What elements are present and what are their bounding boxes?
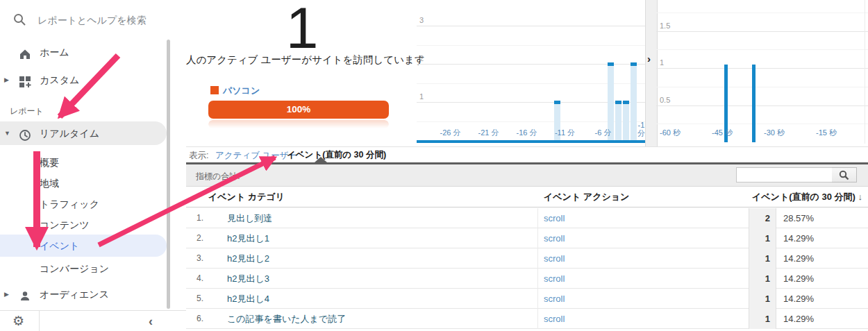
audience-person-icon bbox=[19, 287, 31, 311]
gridline bbox=[656, 31, 868, 32]
table-row: 2.h2見出し1scroll114.29% bbox=[186, 228, 868, 248]
event-category-cell: h2見出し1 bbox=[205, 228, 538, 248]
realtime-clock-icon bbox=[19, 126, 31, 150]
y-tick-label: 3 bbox=[419, 16, 424, 24]
event-category-cell: h2見出し2 bbox=[205, 248, 538, 269]
event-action-link[interactable]: scroll bbox=[544, 233, 565, 244]
sort-descending-icon[interactable]: ↓ bbox=[858, 192, 863, 202]
sidebar-subitem-label: コンテンツ bbox=[40, 214, 90, 236]
custom-reports-icon bbox=[19, 73, 31, 96]
gridline-minor bbox=[656, 12, 868, 13]
active-users-count: 1 bbox=[186, 0, 417, 62]
chevron-down-icon: ▼ bbox=[4, 121, 10, 145]
gridline-minor bbox=[656, 49, 868, 50]
expand-chart-icon[interactable]: › bbox=[647, 53, 651, 65]
sidebar-subitem-2[interactable]: トラフィック bbox=[0, 193, 167, 215]
table-row: 5.h2見出し4scroll114.29% bbox=[186, 289, 868, 309]
row-index: 1. bbox=[186, 208, 205, 228]
sidebar-item-audience[interactable]: ▶ オーディエンス bbox=[0, 282, 167, 306]
event-action-cell: scroll bbox=[538, 269, 749, 289]
event-action-link[interactable]: scroll bbox=[544, 213, 565, 223]
sidebar-scrollbar[interactable] bbox=[167, 40, 170, 309]
gridline-minor bbox=[656, 87, 868, 87]
chevron-right-icon: ▶ bbox=[4, 282, 9, 306]
search-icon bbox=[839, 170, 849, 180]
chart-bar-cap bbox=[608, 62, 614, 66]
event-category-link[interactable]: h2見出し3 bbox=[227, 273, 269, 284]
x-tick-label: -16 分 bbox=[512, 128, 542, 137]
row-index: 6. bbox=[186, 309, 205, 329]
table-search-input[interactable] bbox=[736, 167, 836, 183]
table-row: 4.h2見出し3scroll114.29% bbox=[186, 269, 868, 289]
sidebar-footer: ⚙ ‹ bbox=[0, 310, 186, 331]
main-content: 1 人のアクティブ ユーザーがサイトを訪問しています パソコン 100% 123… bbox=[186, 0, 868, 331]
header-event-category[interactable]: イベント カテゴリ bbox=[186, 187, 538, 207]
event-action-link[interactable]: scroll bbox=[544, 253, 565, 264]
events-panel: 指標の合計: イベント カテゴリ イベント アクション イベント(直前の 30 … bbox=[186, 162, 868, 331]
chart-bar-cap bbox=[615, 101, 621, 104]
gridline-minor bbox=[656, 124, 868, 124]
device-bar-reflection bbox=[208, 120, 389, 128]
active-users-caption: 人のアクティブ ユーザーがサイトを訪問しています bbox=[186, 53, 417, 67]
x-tick-label: -11 分 bbox=[550, 128, 581, 137]
active-tab-pointer bbox=[315, 157, 327, 162]
y-tick-label: 2 bbox=[419, 54, 424, 62]
tab-events-30min[interactable]: イベント(直前の 30 分間) bbox=[287, 149, 386, 161]
sidebar-item-label: リアルタイム bbox=[40, 121, 99, 145]
sidebar-subitem-label: コンバージョン bbox=[40, 257, 109, 280]
collapse-sidebar-icon[interactable]: ‹ bbox=[149, 312, 153, 330]
event-action-link[interactable]: scroll bbox=[544, 294, 565, 304]
tab-active-users[interactable]: アクティブ ユーザー bbox=[215, 150, 297, 162]
table-search-button[interactable] bbox=[832, 167, 857, 183]
x-tick-label: -6 分 bbox=[588, 128, 619, 137]
event-category-link[interactable]: h2見出し4 bbox=[227, 294, 269, 304]
event-action-link[interactable]: scroll bbox=[544, 314, 565, 324]
event-count: 1 bbox=[749, 248, 776, 269]
chart-baseline bbox=[417, 140, 645, 143]
sidebar-item-home[interactable]: ホーム bbox=[0, 40, 167, 64]
header-event-action[interactable]: イベント アクション bbox=[538, 187, 749, 207]
x-tick-label: -45 秒 bbox=[707, 128, 737, 137]
x-tick-label: -60 秒 bbox=[655, 128, 685, 137]
sidebar-section-reports: レポート bbox=[10, 105, 44, 117]
event-count: 1 bbox=[749, 309, 776, 329]
event-action-link[interactable]: scroll bbox=[544, 273, 565, 284]
event-category-cell: この記事を書いた人まで読了 bbox=[205, 309, 538, 329]
legend-label-desktop[interactable]: パソコン bbox=[223, 85, 260, 97]
sidebar-subitem-4[interactable]: イベント bbox=[0, 235, 167, 257]
sidebar-search-input[interactable] bbox=[36, 11, 171, 29]
event-category-cell: h2見出し4 bbox=[205, 289, 538, 309]
row-index: 5. bbox=[186, 289, 205, 309]
event-category-link[interactable]: 見出し到達 bbox=[227, 213, 272, 223]
sidebar-item-label: カスタム bbox=[40, 68, 79, 92]
header-event-metric-label: イベント(直前の 30 分間) bbox=[752, 192, 856, 202]
settings-gear-icon[interactable]: ⚙ bbox=[12, 312, 24, 330]
event-action-cell: scroll bbox=[538, 289, 749, 309]
y-tick-label: 1 bbox=[419, 92, 424, 101]
event-percent: 14.29% bbox=[776, 289, 868, 309]
sidebar-item-label: オーディエンス bbox=[40, 282, 109, 306]
sidebar-item-custom[interactable]: ▶ カスタム bbox=[0, 68, 167, 92]
table-row: 1.見出し到達scroll228.57% bbox=[186, 208, 868, 228]
device-percent-bar: 100% bbox=[208, 101, 389, 119]
event-category-link[interactable]: この記事を書いた人まで読了 bbox=[227, 314, 346, 324]
y-tick-label: 1 bbox=[660, 58, 664, 67]
chart-bar-cap bbox=[623, 101, 629, 104]
sidebar-subitem-1[interactable]: 地域 bbox=[0, 172, 167, 194]
sidebar-subitem-label: イベント bbox=[40, 235, 79, 257]
row-index: 2. bbox=[186, 228, 205, 248]
table-row: 6.この記事を書いた人まで読了scroll114.29% bbox=[186, 309, 868, 329]
realtime-overview-section: 1 人のアクティブ ユーザーがサイトを訪問しています パソコン 100% 123… bbox=[186, 0, 868, 147]
event-category-link[interactable]: h2見出し1 bbox=[227, 233, 269, 244]
sidebar-subitem-0[interactable]: 概要 bbox=[0, 151, 167, 173]
chart-bar-cap bbox=[631, 62, 637, 66]
sidebar-subitem-3[interactable]: コンテンツ bbox=[0, 214, 167, 236]
events-per-second-chart: 0.511.5-60 秒-45 秒-30 秒-15 秒 bbox=[656, 0, 868, 146]
event-category-link[interactable]: h2見出し2 bbox=[227, 253, 269, 264]
sidebar-subitem-5[interactable]: コンバージョン bbox=[0, 257, 167, 280]
header-event-metric[interactable]: イベント(直前の 30 分間) ↓ bbox=[749, 187, 868, 207]
sidebar-item-realtime[interactable]: ▼ リアルタイム bbox=[0, 121, 167, 145]
y-tick-label: 1.5 bbox=[660, 22, 670, 30]
chart-bar-cap bbox=[554, 101, 560, 104]
search-icon bbox=[12, 12, 26, 26]
